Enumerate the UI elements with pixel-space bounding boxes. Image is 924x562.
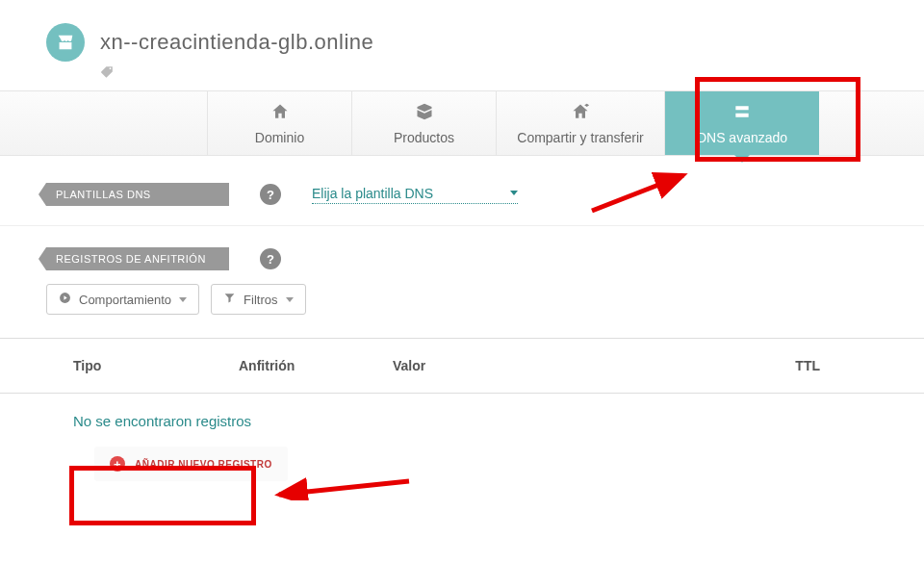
tab-compartir[interactable]: Compartir y transferir <box>497 91 665 155</box>
comportamiento-button[interactable]: Comportamiento <box>46 284 199 315</box>
filter-row: Comportamiento Filtros <box>0 284 924 339</box>
svg-line-2 <box>279 481 409 495</box>
empty-message: No se encontraron registros <box>0 394 924 443</box>
store-icon <box>46 23 85 62</box>
plus-icon: + <box>110 456 125 472</box>
tab-productos[interactable]: Productos <box>352 91 497 155</box>
tab-label: Compartir y transferir <box>517 130 643 145</box>
share-icon <box>571 102 590 124</box>
registros-label: REGISTROS DE ANFITRIÓN <box>46 247 229 270</box>
col-valor: Valor <box>393 358 585 373</box>
add-record-button[interactable]: + AÑADIR NUEVO REGISTRO <box>94 447 288 481</box>
tab-dns-avanzado[interactable]: DNS avanzado <box>665 91 819 155</box>
tag-icon[interactable] <box>100 65 114 79</box>
col-anfitrion: Anfitrión <box>239 358 393 373</box>
plantillas-select[interactable]: Elija la plantilla DNS <box>312 186 518 204</box>
domain-title: xn--creacintienda-glb.online <box>100 30 373 55</box>
arrow-annotation <box>270 473 414 500</box>
tab-label: Dominio <box>255 130 304 145</box>
filtros-button[interactable]: Filtros <box>211 284 305 315</box>
funnel-icon <box>223 292 236 307</box>
tab-dominio[interactable]: Dominio <box>208 91 352 155</box>
page-header: xn--creacintienda-glb.online <box>0 0 924 67</box>
select-label: Elija la plantilla DNS <box>312 186 433 201</box>
col-ttl: TTL <box>795 358 878 373</box>
play-circle-icon <box>59 292 71 307</box>
tab-label: DNS avanzado <box>697 130 787 145</box>
server-icon <box>732 102 752 124</box>
button-label: AÑADIR NUEVO REGISTRO <box>135 459 272 470</box>
tab-label: Productos <box>394 130 454 145</box>
plantillas-label: PLANTILLAS DNS <box>46 183 229 206</box>
help-icon[interactable]: ? <box>260 248 281 269</box>
table-header: Tipo Anfitrión Valor TTL <box>0 339 924 394</box>
tab-bar: Dominio Productos Compartir y transferir… <box>0 90 924 156</box>
button-label: Filtros <box>244 293 277 307</box>
box-icon <box>415 102 434 124</box>
help-icon[interactable]: ? <box>260 184 281 205</box>
caret-down-icon <box>286 297 294 302</box>
caret-down-icon <box>510 191 518 195</box>
button-label: Comportamiento <box>79 293 171 307</box>
section-registros: REGISTROS DE ANFITRIÓN ? <box>0 226 924 284</box>
section-plantillas: PLANTILLAS DNS ? Elija la plantilla DNS <box>0 156 924 226</box>
caret-down-icon <box>179 297 187 302</box>
home-icon <box>270 102 290 124</box>
col-tipo: Tipo <box>46 358 239 373</box>
